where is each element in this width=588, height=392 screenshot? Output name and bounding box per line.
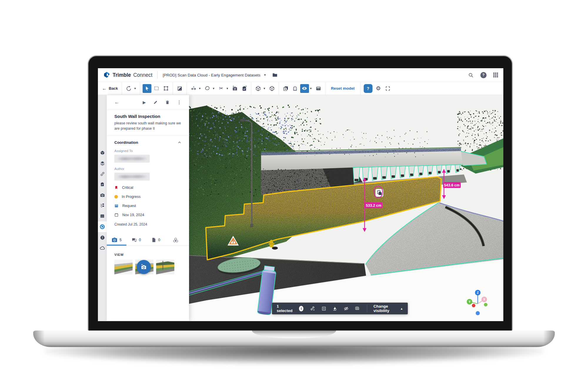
view-cube-button[interactable] — [254, 84, 263, 93]
todo-title: South Wall Inspection — [114, 114, 181, 119]
view-section-label: VIEW — [107, 246, 189, 260]
collapse-chevron-icon[interactable] — [178, 141, 181, 144]
rail-hierarchy-item[interactable] — [98, 200, 107, 211]
reset-model-button[interactable]: Reset model — [331, 86, 355, 91]
orbit-caret-icon[interactable]: ▼ — [134, 87, 136, 90]
left-icon-rail — [98, 95, 107, 321]
rail-issues-item[interactable] — [98, 232, 107, 243]
rail-models-item[interactable] — [98, 147, 107, 158]
snapshot-button[interactable] — [230, 84, 239, 93]
brand[interactable]: Trimble Connect — [103, 71, 152, 79]
play-presentation-button[interactable]: ▶ — [143, 100, 146, 105]
calendar-icon — [114, 213, 118, 217]
clip-caret-icon[interactable]: ▼ — [226, 87, 229, 90]
tab-snapshots-active[interactable]: 5 — [107, 235, 126, 245]
folder-icon[interactable] — [272, 72, 278, 78]
visibility-caret-icon[interactable]: ▼ — [310, 87, 312, 90]
tab-models[interactable] — [166, 235, 186, 245]
snapshot-thumbnails — [107, 260, 189, 274]
rail-links-item[interactable] — [98, 169, 107, 179]
project-caret-icon[interactable]: ▼ — [264, 74, 266, 76]
selection-action-bar: 1 selected i Change visibility ▲ — [272, 303, 408, 314]
link-add-icon[interactable] — [310, 306, 315, 311]
markup-caret-icon[interactable]: ▼ — [212, 87, 215, 90]
gear-icon: ⚙ — [376, 85, 381, 92]
search-icon[interactable] — [468, 72, 474, 78]
apps-grid-icon[interactable] — [493, 73, 498, 77]
rail-layers-item[interactable] — [98, 158, 107, 169]
panel-back-button[interactable]: ← — [114, 99, 119, 105]
snapshot-selection-icon[interactable] — [355, 306, 360, 311]
settings-button[interactable]: ⚙ — [374, 84, 383, 93]
markup-tool-button[interactable] — [203, 84, 212, 93]
status-row[interactable]: In Progress — [114, 195, 181, 199]
back-button[interactable]: ← Back — [100, 86, 120, 91]
assigned-to-chip-redacted[interactable] — [114, 155, 150, 163]
paint-color-icon[interactable] — [333, 306, 337, 311]
priority-flag-icon — [114, 186, 118, 190]
rail-scan-explorer-item-active[interactable] — [98, 221, 107, 232]
tab-documents[interactable]: 0 — [146, 235, 166, 245]
todo-detail-panel: ← ▶ ⋮ South Wall Inspection please revie… — [107, 95, 189, 321]
section-box-button[interactable] — [268, 84, 276, 93]
ghost-mode-button[interactable] — [291, 84, 300, 93]
documents-tab-icon — [152, 238, 156, 242]
type-row[interactable]: Request — [114, 204, 181, 208]
created-date: Created Jul 25, 2024 — [114, 222, 181, 226]
axis-neg-x[interactable] — [472, 304, 475, 307]
axis-neg-y[interactable] — [484, 303, 487, 306]
status-dot-icon — [114, 195, 118, 198]
walkthrough-help-button[interactable]: ? — [364, 84, 372, 93]
assigned-to-label: Assigned To — [114, 149, 181, 153]
transform-select-button[interactable] — [161, 84, 170, 93]
rail-cloud-item[interactable] — [98, 243, 107, 253]
tab-comments[interactable]: 0 — [126, 235, 146, 245]
add-todo-button[interactable] — [240, 84, 249, 93]
models-tab-icon — [173, 238, 178, 243]
caret-up-icon: ▲ — [400, 307, 403, 310]
axis-neg-z[interactable] — [476, 311, 480, 315]
due-date-row[interactable]: Nov 19, 2024 — [114, 213, 181, 217]
hide-selection-icon[interactable] — [344, 306, 349, 311]
fullscreen-button[interactable] — [383, 84, 392, 93]
overlay-views-button[interactable] — [281, 84, 290, 93]
svg-text:X: X — [483, 298, 485, 301]
select-tool-button[interactable] — [143, 84, 151, 93]
point-density-button[interactable] — [314, 84, 323, 93]
app-header: Trimble Connect [PROD] Scan Data Cloud -… — [98, 68, 503, 82]
info-icon[interactable]: i — [299, 306, 303, 311]
invert-selection-button[interactable] — [175, 84, 184, 93]
help-icon[interactable]: ? — [480, 72, 487, 78]
more-kebab-button[interactable]: ⋮ — [177, 100, 181, 105]
measure-tool-button[interactable]: x — [189, 84, 198, 93]
active-tab-underline — [107, 245, 126, 246]
svg-text:Y: Y — [469, 300, 471, 303]
snapshot-thumb-3[interactable] — [156, 260, 174, 274]
scene-canvas[interactable]: 533.2 cm 543.6 cm — [189, 95, 503, 321]
rail-table-item[interactable] — [98, 211, 107, 221]
clip-tool-button[interactable]: ✂ — [217, 84, 225, 93]
priority-row[interactable]: Critical — [114, 186, 181, 190]
marquee-select-button[interactable] — [152, 84, 161, 93]
request-type-icon — [114, 204, 118, 208]
edit-pencil-button[interactable] — [153, 100, 158, 105]
snapshot-thumb-1[interactable] — [114, 260, 133, 274]
rail-todos-item[interactable] — [98, 179, 107, 190]
delete-trash-button[interactable] — [165, 100, 170, 105]
add-snapshot-button[interactable] — [137, 260, 151, 274]
laptop-lid-notch — [252, 331, 336, 338]
view-cube-caret-icon[interactable]: ▼ — [263, 87, 266, 90]
author-label: Author — [114, 167, 181, 171]
change-visibility-button[interactable]: Change visibility ▲ — [373, 304, 403, 313]
zoom-to-selection-icon[interactable] — [322, 306, 326, 311]
trimble-logo-icon — [103, 71, 110, 79]
author-chip-redacted[interactable] — [114, 173, 150, 181]
model-viewport[interactable]: 533.2 cm 543.6 cm — [189, 95, 503, 321]
rail-snapshots-item[interactable] — [98, 190, 107, 200]
project-selector[interactable]: [PROD] Scan Data Cloud - Early Engagemen… — [163, 73, 260, 77]
axis-gizmo[interactable]: Z Y X — [467, 288, 490, 317]
svg-text:x: x — [193, 86, 194, 88]
visibility-button[interactable] — [300, 84, 309, 93]
measure-caret-icon[interactable]: ▼ — [198, 87, 201, 90]
orbit-tool-button[interactable] — [124, 84, 133, 93]
